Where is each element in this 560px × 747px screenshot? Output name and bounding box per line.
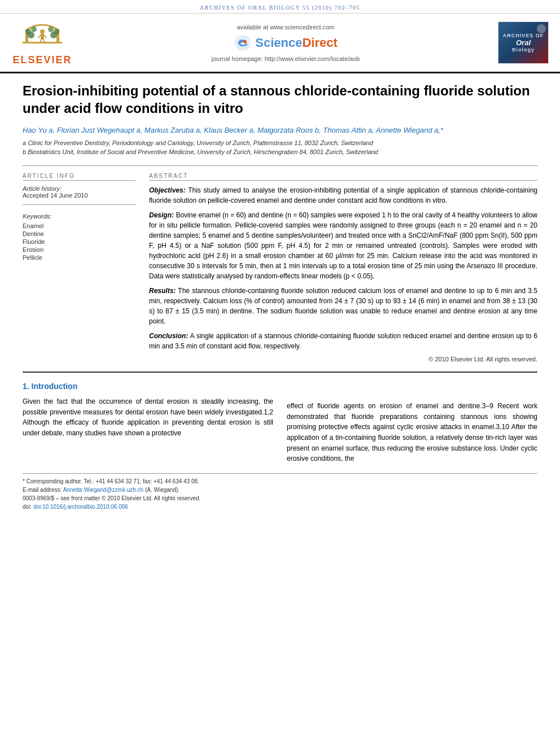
keyword-enamel: Enamel	[23, 222, 135, 230]
abstract-header: ABSTRACT	[149, 173, 537, 181]
introduction-left-text: Given the fact that the occurrence of de…	[23, 396, 273, 438]
sciencedirect-text: ScienceDirect	[255, 36, 338, 50]
conclusion-label: Conclusion:	[149, 332, 188, 340]
article-info-column: ARTICLE INFO Article history: Accepted 1…	[23, 173, 135, 362]
svg-point-15	[235, 35, 251, 51]
sciencedirect-logo: ScienceDirect	[234, 34, 338, 52]
divider-1	[23, 165, 537, 166]
footnote-corresponding: * Corresponding author. Tel.: +41 44 634…	[23, 477, 537, 486]
abstract-column: ABSTRACT Objectives: This study aimed to…	[149, 173, 537, 362]
footnotes: * Corresponding author. Tel.: +41 44 634…	[23, 473, 537, 511]
svg-line-11	[38, 35, 41, 38]
divider-keywords	[23, 204, 135, 205]
corresponding-label: * Corresponding author.	[23, 478, 82, 484]
journal-name: ARCHIVES OF ORAL BIOLOGY 55 (2010) 702–7…	[200, 5, 360, 11]
email-suffix: (A. Wiegand).	[145, 487, 180, 493]
svg-point-5	[31, 27, 37, 32]
sciencedirect-icon	[234, 34, 252, 52]
journal-header-bar: ARCHIVES OF ORAL BIOLOGY 55 (2010) 702–7…	[0, 0, 560, 14]
abstract-objectives: Objectives: This study aimed to analyse …	[149, 185, 537, 206]
article-history-label: Article history:	[23, 185, 135, 192]
design-label: Design:	[149, 211, 174, 219]
introduction-right: effect of fluoride agents on erosion of …	[287, 382, 537, 464]
copyright-line: © 2010 Elsevier Ltd. All rights reserved…	[149, 356, 537, 362]
elsevier-tree-icon	[20, 19, 65, 53]
svg-point-8	[48, 27, 54, 32]
results-text: The stannous chloride-containing fluorid…	[149, 287, 537, 325]
email-prefix: E-mail address:	[23, 487, 63, 493]
journal-logo: ARCHIVES OF Oral Biology	[498, 21, 549, 64]
introduction-section: 1. Introduction Given the fact that the …	[23, 382, 537, 464]
section-title: Introduction	[32, 382, 78, 391]
available-text: available at www.sciencedirect.com	[237, 24, 334, 30]
introduction-left: 1. Introduction Given the fact that the …	[23, 382, 273, 464]
abstract-conclusion: Conclusion: A single application of a st…	[149, 331, 537, 351]
footnote-email: E-mail address: Annette.Wiegand@zzmk.uzh…	[23, 486, 537, 494]
article-info-header: ARTICLE INFO	[23, 173, 135, 181]
svg-rect-10	[41, 34, 44, 40]
journal-homepage: journal homepage: http://www.elsevier.co…	[212, 55, 360, 62]
svg-point-7	[54, 29, 59, 34]
section-number: 1.	[23, 382, 32, 391]
svg-line-12	[44, 35, 46, 38]
introduction-title: 1. Introduction	[23, 382, 273, 391]
keyword-dentine: Dentine	[23, 230, 135, 238]
svg-point-16	[243, 40, 247, 43]
affiliation-b: b Biostatistics Unit, Institute of Socia…	[23, 148, 537, 156]
email-link[interactable]: Annette.Wiegand@zzmk.uzh.ch	[63, 487, 143, 493]
abstract-design: Design: Bovine enamel (n = 60) and denti…	[149, 210, 537, 281]
tel-text: Tel.: +41 44 634 32 71; fax: +41 44 634 …	[84, 478, 199, 484]
conclusion-text: A single application of a stannous chlor…	[149, 332, 537, 350]
results-label: Results:	[149, 287, 176, 295]
elsevier-logo: ELSEVIER	[11, 19, 73, 66]
divider-bottom	[23, 372, 537, 373]
svg-rect-0	[23, 42, 62, 43]
keyword-erosion: Erosion	[23, 246, 135, 254]
keyword-fluoride: Fluoride	[23, 238, 135, 246]
article-title: Erosion-inhibiting potential of a stanno…	[23, 82, 537, 117]
footnote-open-access: 0003-9969/$ – see front matter © 2010 El…	[23, 494, 537, 503]
elsevier-text: ELSEVIER	[12, 54, 72, 66]
design-text: Bovine enamel (n = 60) and dentine (n = …	[149, 211, 537, 280]
affiliation-a: a Clinic for Preventive Dentistry, Perio…	[23, 139, 537, 147]
article-accepted-date: Accepted 14 June 2010	[23, 192, 135, 199]
objectives-text: This study aimed to analyse the erosion-…	[149, 186, 537, 204]
keyword-pellicle: Pellicle	[23, 254, 135, 261]
abstract-results: Results: The stannous chloride-containin…	[149, 286, 537, 326]
authors: Hao Yu a, Florian Just Wegehaupt a, Mark…	[23, 126, 537, 134]
center-logos: available at www.sciencedirect.com Scien…	[73, 24, 498, 62]
doi-link[interactable]: doi:10.1016/j.archoralbio.2010.06.006	[33, 504, 128, 510]
article-info-abstract-row: ARTICLE INFO Article history: Accepted 1…	[23, 173, 537, 362]
introduction-right-text: effect of fluoride agents on erosion of …	[287, 401, 537, 464]
svg-point-4	[25, 29, 31, 34]
objectives-label: Objectives:	[149, 186, 186, 194]
affiliations: a Clinic for Preventive Dentistry, Perio…	[23, 139, 537, 156]
logo-row: ELSEVIER available at www.sciencedirect.…	[0, 14, 560, 73]
author-list: Hao Yu a, Florian Just Wegehaupt a, Mark…	[23, 126, 443, 134]
main-content: Erosion-inhibiting potential of a stanno…	[0, 73, 560, 522]
footnote-doi: doi: doi:10.1016/j.archoralbio.2010.06.0…	[23, 503, 537, 511]
keywords-label: Keywords:	[23, 213, 135, 220]
svg-point-9	[40, 29, 45, 34]
doi-prefix: doi:	[23, 504, 32, 510]
